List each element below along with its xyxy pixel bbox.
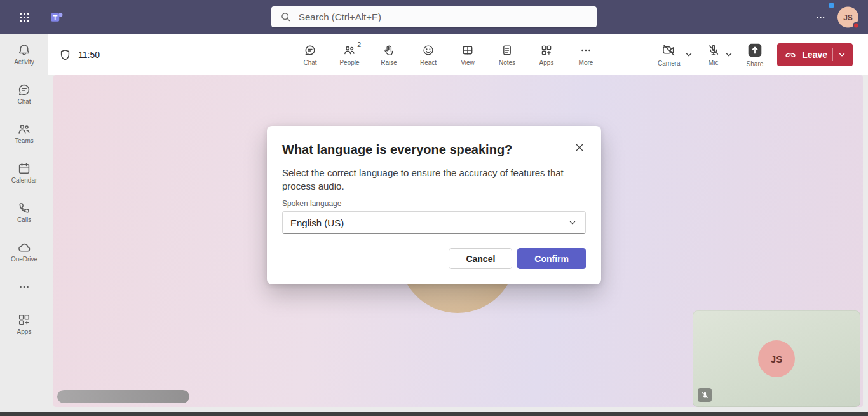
leave-label: Leave (802, 50, 827, 60)
close-icon (574, 142, 585, 153)
mic-off-icon (701, 391, 709, 399)
chevron-down-icon (838, 51, 846, 59)
teams-people-icon (17, 122, 31, 136)
raise-hand-button[interactable]: Raise (371, 43, 407, 66)
language-dialog: What language is everyone speaking? Sele… (267, 126, 601, 284)
self-avatar-initials: JS (771, 354, 782, 364)
chat-icon (304, 44, 316, 57)
waffle-icon (19, 12, 30, 23)
notes-button[interactable]: Notes (489, 43, 525, 66)
raise-hand-icon (383, 44, 395, 57)
shield-icon (58, 48, 72, 62)
view-grid-icon (461, 44, 474, 57)
react-button[interactable]: React (410, 43, 446, 66)
sidebar-item-label: OneDrive (11, 256, 37, 263)
view-button[interactable]: View (450, 43, 485, 66)
share-button[interactable]: Share (747, 42, 764, 67)
caption-placeholder (57, 390, 189, 403)
share-screen-icon (747, 42, 763, 59)
profile-avatar[interactable]: JS (837, 7, 858, 28)
control-label: More (579, 60, 593, 66)
hangup-icon (784, 48, 797, 61)
spoken-language-label: Spoken language (282, 199, 586, 208)
leave-button[interactable]: Leave (777, 43, 853, 66)
phone-icon (17, 201, 31, 215)
apps-icon (540, 44, 553, 57)
chat-icon (17, 83, 31, 97)
bell-icon (17, 43, 31, 57)
window-bottom-edge (0, 412, 868, 416)
app-launcher-button[interactable] (15, 8, 33, 26)
control-label: Apps (539, 60, 554, 66)
mic-options-chevron[interactable] (725, 51, 733, 59)
camera-options-chevron[interactable] (685, 51, 693, 59)
dialog-actions: Cancel Confirm (282, 248, 586, 269)
more-dots-icon (18, 281, 31, 293)
sidebar-item-apps[interactable]: Apps (0, 304, 48, 343)
more-dots-icon (580, 44, 592, 57)
search-icon (280, 11, 291, 22)
sidebar-item-teams[interactable]: Teams (0, 113, 48, 153)
avatar-initials: JS (843, 13, 853, 22)
calendar-icon (17, 162, 31, 176)
sidebar-item-activity[interactable]: Activity (0, 34, 48, 74)
meeting-controls: Chat 2 People Raise (292, 34, 604, 75)
camera-control: Camera (658, 43, 693, 67)
camera-toggle-button[interactable]: Camera (658, 43, 681, 67)
self-view-tile[interactable]: JS (693, 310, 860, 407)
search-input[interactable] (297, 11, 597, 23)
dialog-title: What language is everyone speaking? (282, 141, 586, 158)
titlebar-more-button[interactable] (812, 9, 829, 25)
chevron-down-icon (567, 218, 578, 228)
teams-app-window: JS Activity Chat Teams (0, 0, 868, 416)
confirm-button[interactable]: Confirm (517, 248, 586, 269)
people-icon (343, 44, 356, 57)
sidebar-item-calls[interactable]: Calls (0, 192, 48, 232)
control-label: Mic (709, 60, 719, 66)
sidebar-item-label: Calendar (11, 177, 37, 184)
mic-toggle-button[interactable]: Mic (707, 43, 721, 66)
leave-split-divider (832, 48, 833, 61)
spoken-language-select[interactable]: English (US) (282, 211, 586, 234)
control-label: Share (747, 61, 764, 67)
sidebar-item-label: Apps (17, 329, 32, 335)
meeting-toolbar: 11:50 Chat 2 People (48, 34, 868, 75)
title-bar: JS (0, 0, 868, 34)
meeting-info: 11:50 (58, 34, 100, 75)
apps-button[interactable]: Apps (529, 43, 564, 66)
notification-dot (829, 3, 834, 8)
participant-count: 2 (357, 41, 361, 48)
chat-button[interactable]: Chat (292, 43, 328, 66)
search-bar[interactable] (271, 6, 597, 27)
dialog-close-button[interactable] (572, 140, 587, 155)
sidebar-more-apps-button[interactable] (0, 271, 48, 304)
selected-language: English (US) (290, 218, 344, 228)
dialog-description: Select the correct language to ensure th… (282, 166, 576, 193)
leave-menu-chevron[interactable] (838, 51, 846, 59)
people-button[interactable]: 2 People (332, 43, 367, 66)
control-label: View (461, 60, 475, 66)
control-label: Chat (303, 60, 316, 66)
app-rail: Activity Chat Teams Calendar (0, 34, 48, 412)
teams-logo-icon (49, 10, 65, 25)
sidebar-item-label: Chat (17, 99, 31, 105)
cancel-button[interactable]: Cancel (449, 248, 512, 269)
more-dots-icon (815, 12, 826, 23)
teams-logo (48, 9, 65, 25)
react-smiley-icon (422, 44, 435, 57)
sidebar-item-onedrive[interactable]: OneDrive (0, 232, 48, 271)
status-busy-dot (853, 22, 860, 29)
sidebar-item-chat[interactable]: Chat (0, 74, 48, 113)
control-label: React (420, 60, 437, 66)
self-muted-badge (698, 388, 712, 402)
control-label: Raise (381, 60, 397, 66)
control-label: Camera (658, 60, 681, 67)
camera-off-icon (661, 43, 677, 58)
chevron-down-icon (725, 51, 733, 59)
sidebar-item-label: Activity (14, 59, 34, 66)
control-label: People (339, 60, 359, 66)
sidebar-item-calendar[interactable]: Calendar (0, 153, 48, 192)
cloud-icon (17, 240, 31, 254)
more-actions-button[interactable]: More (568, 43, 604, 66)
meeting-timer: 11:50 (78, 50, 100, 60)
